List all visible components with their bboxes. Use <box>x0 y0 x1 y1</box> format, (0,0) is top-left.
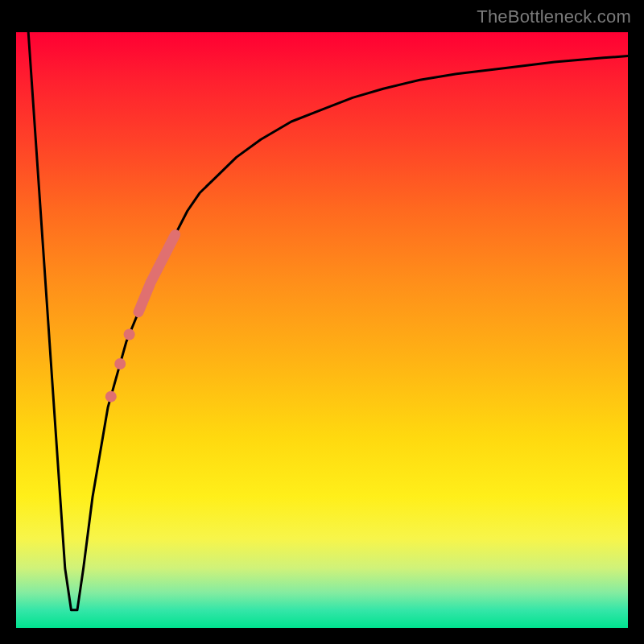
highlight-band-marker <box>138 235 175 312</box>
marker-point-c <box>105 391 117 402</box>
plot-area <box>16 32 628 628</box>
watermark-text: TheBottleneck.com <box>477 6 631 27</box>
marker-point-b <box>114 358 126 369</box>
curve-svg <box>16 32 628 628</box>
marker-point-a <box>124 329 135 341</box>
chart-frame: TheBottleneck.com <box>0 0 644 644</box>
bottleneck-curve <box>28 32 628 610</box>
